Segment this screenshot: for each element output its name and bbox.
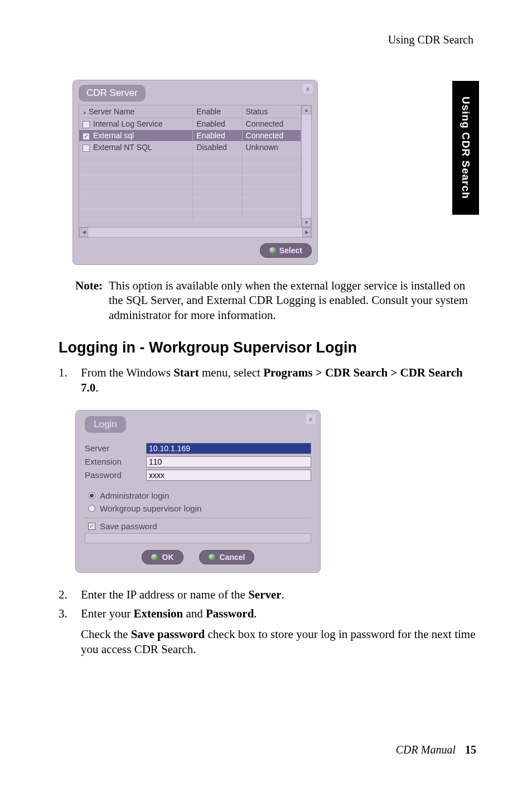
section-heading: Logging in - Workgroup Supervisor Login [59,339,479,356]
side-tab: Using CDR Search [452,81,479,215]
cell-status: Connected [242,118,301,130]
text: . [95,381,98,394]
save-password-option[interactable]: Save password [88,522,311,531]
row-checkbox[interactable] [83,133,90,140]
page-footer: CDR Manual 15 [396,743,476,756]
table-row[interactable]: External NT SQL Disabled Unknown [79,142,301,153]
bold-text: Extension [133,607,183,620]
extension-label: Extension [85,457,146,466]
step-text: Enter your Extension and Password. Check… [81,606,479,657]
separator [85,518,311,518]
checkbox-icon[interactable] [88,523,95,530]
close-icon[interactable]: x [303,84,313,94]
footer-title: CDR Manual [396,743,456,756]
step-3: 3. Enter your Extension and Password. Ch… [59,606,479,657]
cancel-button[interactable]: Cancel [199,550,255,564]
side-tab-label: Using CDR Search [460,96,472,199]
cell-enable: Enabled [193,130,242,142]
extension-input[interactable] [146,456,311,467]
running-header: Using CDR Search [59,33,479,46]
login-dialog: Login x Server Extension Password Admini… [75,410,321,573]
text: Check the [81,627,131,641]
radio-icon[interactable] [88,505,95,512]
select-button[interactable]: Select [260,243,312,258]
note-text: This option is available only when the e… [109,278,479,322]
scroll-left-icon[interactable]: ◀ [79,228,88,237]
step-text: Enter the IP address or name of the Serv… [81,587,479,602]
bold-text: Start [173,366,199,379]
col-enable[interactable]: Enable [193,105,242,118]
note-block: Note: This option is available only when… [59,278,479,322]
page-number: 15 [465,743,476,756]
cell-name: External sql [93,131,134,140]
cancel-button-label: Cancel [220,553,245,562]
ok-button[interactable]: OK [142,550,183,564]
radio-icon[interactable] [88,492,95,499]
step-2: 2. Enter the IP address or name of the S… [59,587,479,602]
server-label: Server [85,443,146,453]
bold-text: Password [206,607,254,620]
text: . [282,588,284,601]
button-indicator-icon [209,554,215,561]
cdr-dialog-title: CDR Server [79,85,146,102]
text: From the Windows [81,366,173,379]
step-text: From the Windows Start menu, select Prog… [81,365,479,395]
text: . [254,607,257,620]
server-table: Server Name Enable Status Internal Log S… [79,105,312,228]
server-input[interactable] [146,443,311,454]
horizontal-scrollbar[interactable]: ◀ ▶ [79,228,312,238]
step-number: 3. [59,606,81,657]
radio-label: Administrator login [100,491,169,500]
password-label: Password [85,470,146,480]
table-row[interactable]: Internal Log Service Enabled Connected [79,118,301,130]
cell-status: Connected [242,130,301,142]
text: Enter your [81,607,133,620]
close-icon[interactable]: x [306,414,316,424]
step-number: 2. [59,587,81,602]
row-checkbox[interactable] [83,144,90,152]
login-dialog-title: Login [85,416,126,433]
text: menu, select [199,366,263,379]
cell-status: Unknown [242,142,301,153]
workgroup-login-option[interactable]: Workgroup supervisor login [88,504,311,513]
select-button-label: Select [279,246,302,255]
admin-login-option[interactable]: Administrator login [88,491,311,500]
cdr-server-dialog: CDR Server x Server Name Enable Status I… [72,80,318,265]
col-status[interactable]: Status [242,105,301,118]
bold-text: Server [248,588,281,601]
row-checkbox[interactable] [83,121,90,128]
scroll-right-icon[interactable]: ▶ [302,228,311,237]
radio-label: Workgroup supervisor login [100,504,201,513]
scroll-up-icon[interactable]: ▲ [302,105,311,114]
step-1: 1. From the Windows Start menu, select P… [59,365,479,395]
cell-enable: Enabled [193,118,242,130]
checkbox-label: Save password [100,522,157,531]
button-indicator-icon [269,247,276,254]
text: Enter the IP address or name of the [81,588,248,601]
password-input[interactable] [146,470,311,481]
cell-name: Internal Log Service [93,119,163,128]
ok-button-label: OK [162,553,174,562]
button-indicator-icon [151,554,158,561]
table-row[interactable]: External sql Enabled Connected [79,130,301,142]
note-label: Note: [59,278,109,322]
bold-text: Save password [131,627,205,641]
status-bar [85,533,311,543]
scroll-down-icon[interactable]: ▼ [302,218,311,227]
cell-enable: Disabled [193,142,242,153]
cell-name: External NT SQL [93,143,152,152]
step-number: 1. [59,365,81,395]
col-server-name[interactable]: Server Name [79,105,193,118]
text: and [183,607,206,620]
vertical-scrollbar[interactable]: ▲ ▼ [301,105,311,227]
